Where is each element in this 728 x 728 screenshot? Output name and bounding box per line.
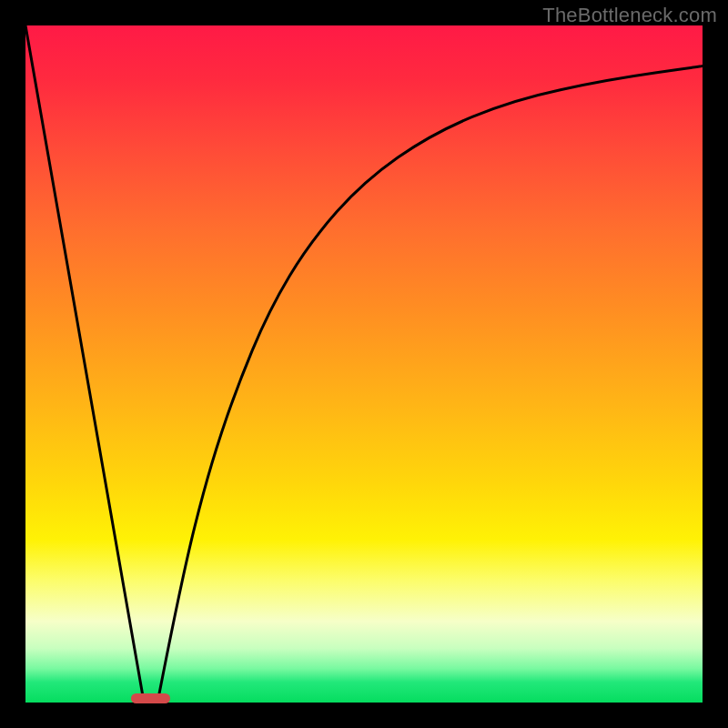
bottleneck-marker xyxy=(131,693,170,704)
chart-stage: TheBottleneck.com xyxy=(0,0,728,728)
watermark-text: TheBottleneck.com xyxy=(542,4,717,27)
left-branch-line xyxy=(25,25,144,703)
plot-area xyxy=(25,25,703,703)
right-branch-line xyxy=(157,66,703,703)
chart-curves xyxy=(25,25,703,703)
